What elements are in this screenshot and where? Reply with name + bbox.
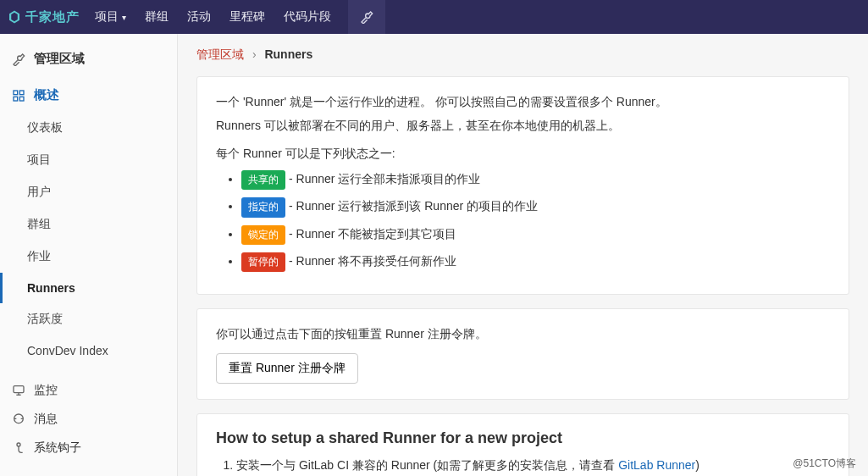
svg-rect-1 — [19, 91, 24, 95]
logo-text: 千家地产 — [25, 9, 80, 25]
main-content: 管理区域 › Runners 一个 'Runner' 就是一个运行作业的进程。 … — [178, 34, 868, 476]
status-list: 共享的- Runner 运行全部未指派项目的作业 指定的- Runner 运行被… — [241, 169, 830, 272]
nav-groups[interactable]: 群组 — [145, 9, 169, 25]
nav-snippets[interactable]: 代码片段 — [284, 9, 331, 25]
breadcrumb-separator: › — [252, 47, 257, 61]
status-specific: 指定的- Runner 运行被指派到该 Runner 的项目的作业 — [241, 196, 830, 217]
sidebar-item-monitoring[interactable]: 监控 — [0, 376, 177, 405]
badge-shared: 共享的 — [241, 170, 285, 190]
logo-icon — [7, 9, 22, 25]
sidebar-item-jobs[interactable]: 作业 — [0, 241, 177, 273]
breadcrumb: 管理区域 › Runners — [196, 47, 849, 63]
nav-activity[interactable]: 活动 — [187, 9, 211, 25]
intro-text-3: 每个 Runner 可以是下列状态之一: — [216, 144, 830, 163]
intro-text-2: Runners 可以被部署在不同的用户、服务器上，甚至在你本地使用的机器上。 — [216, 116, 830, 135]
admin-area-tab[interactable] — [348, 0, 385, 34]
top-nav: 项目▾ 群组 活动 里程碑 代码片段 — [95, 9, 331, 25]
sidebar-item-hooks[interactable]: 系统钩子 — [0, 434, 177, 462]
overview-icon — [12, 89, 25, 102]
svg-rect-2 — [14, 97, 18, 101]
sidebar-item-groups[interactable]: 群组 — [0, 208, 177, 241]
sidebar-section-overview[interactable]: 概述 — [0, 79, 177, 112]
gitlab-runner-link[interactable]: GitLab Runner — [618, 458, 695, 472]
sidebar-item-projects[interactable]: 项目 — [0, 144, 177, 176]
breadcrumb-root[interactable]: 管理区域 — [196, 47, 244, 61]
svg-rect-0 — [14, 91, 18, 95]
badge-specific: 指定的 — [241, 197, 285, 217]
chevron-down-icon: ▾ — [122, 13, 126, 22]
nav-projects[interactable]: 项目▾ — [95, 9, 126, 25]
setup-step-1: 安装一个与 GitLab CI 兼容的 Runner (如需了解更多的安装信息，… — [236, 456, 830, 476]
setup-card: How to setup a shared Runner for a new p… — [196, 413, 849, 476]
reset-note: 你可以通过点击下面的按钮重置 Runner 注册令牌。 — [216, 324, 830, 343]
intro-text-1: 一个 'Runner' 就是一个运行作业的进程。 你可以按照自己的需要设置很多个… — [216, 92, 830, 111]
badge-locked: 锁定的 — [241, 225, 285, 245]
svg-point-7 — [17, 443, 20, 446]
sidebar-item-dashboard[interactable]: 仪表板 — [0, 112, 177, 144]
sidebar-item-messages[interactable]: 消息 — [0, 405, 177, 434]
wrench-icon — [12, 53, 25, 66]
reset-token-button[interactable]: 重置 Runner 注册令牌 — [216, 353, 358, 384]
sidebar-item-runners[interactable]: Runners — [0, 273, 177, 303]
status-locked: 锁定的- Runner 不能被指定到其它项目 — [241, 224, 830, 245]
breadcrumb-current: Runners — [264, 47, 312, 61]
hook-icon — [12, 441, 25, 455]
status-shared: 共享的- Runner 运行全部未指派项目的作业 — [241, 169, 830, 190]
wrench-icon — [360, 10, 373, 24]
broadcast-icon — [12, 412, 25, 426]
svg-rect-4 — [14, 386, 24, 393]
sidebar-item-convdev[interactable]: ConvDev Index — [0, 335, 177, 366]
badge-paused: 暂停的 — [241, 252, 285, 272]
monitor-icon — [12, 384, 25, 397]
sidebar-item-activity[interactable]: 活跃度 — [0, 303, 177, 335]
runner-intro-card: 一个 'Runner' 就是一个运行作业的进程。 你可以按照自己的需要设置很多个… — [196, 76, 849, 295]
status-paused: 暂停的- Runner 将不再接受任何新作业 — [241, 252, 830, 272]
setup-title: How to setup a shared Runner for a new p… — [216, 429, 830, 447]
sidebar: 管理区域 概述 仪表板 项目 用户 群组 作业 Runners 活跃度 Conv… — [0, 34, 178, 476]
top-navbar: 千家地产 项目▾ 群组 活动 里程碑 代码片段 — [0, 0, 868, 34]
svg-rect-3 — [19, 97, 24, 101]
logo[interactable]: 千家地产 — [7, 9, 80, 25]
footer-credit: @51CTO博客 — [793, 457, 856, 471]
nav-milestones[interactable]: 里程碑 — [229, 9, 265, 25]
reset-token-card: 你可以通过点击下面的按钮重置 Runner 注册令牌。 重置 Runner 注册… — [196, 308, 849, 400]
sidebar-item-users[interactable]: 用户 — [0, 176, 177, 208]
sidebar-title: 管理区域 — [0, 44, 177, 79]
